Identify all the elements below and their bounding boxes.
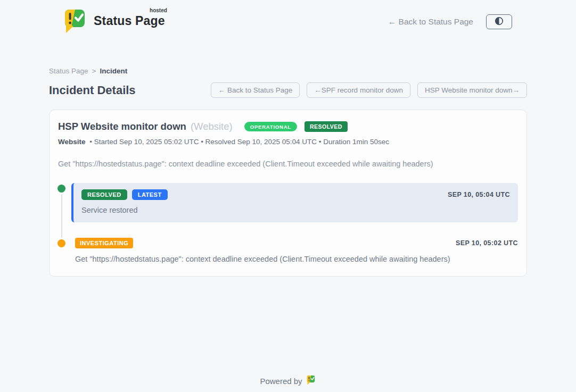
incident-title-row: HSP Website monitor down (Website) OPERA…	[58, 121, 518, 132]
incident-nav-buttons: ← Back to Status Page ←SPF record monito…	[211, 82, 527, 98]
timeline-entry-highlight-box: RESOLVED LATEST SEP 10, 05:04 UTC Servic…	[71, 183, 518, 222]
entry-message: Service restored	[81, 206, 510, 214]
timeline-connector-line	[61, 188, 62, 241]
title-row: Incident Details ← Back to Status Page ←…	[49, 82, 527, 98]
meta-component-name: Website	[58, 138, 86, 146]
investigating-dot-icon	[57, 239, 65, 247]
header-right: ← Back to Status Page	[388, 14, 512, 29]
resolved-badge: RESOLVED	[81, 189, 127, 200]
breadcrumb-incident: Incident	[100, 67, 127, 75]
prev-incident-button[interactable]: ←SPF record monitor down	[307, 82, 410, 98]
breadcrumb-status-page[interactable]: Status Page	[49, 67, 88, 75]
entry-badges: RESOLVED LATEST	[81, 189, 168, 200]
timeline-entry-plain: INVESTIGATING SEP 10, 05:02 UTC Get "htt…	[71, 238, 518, 263]
next-incident-button[interactable]: HSP Website monitor down→	[417, 82, 527, 98]
entry-header: INVESTIGATING SEP 10, 05:02 UTC	[75, 238, 518, 248]
back-to-status-page-button[interactable]: ← Back to Status Page	[211, 82, 300, 98]
brand-text: Status Page hosted	[94, 9, 165, 28]
meta-timing-details: • Started Sep 10, 2025 05:02 UTC • Resol…	[89, 138, 389, 146]
incident-card: HSP Website monitor down (Website) OPERA…	[49, 110, 527, 277]
incident-timeline: RESOLVED LATEST SEP 10, 05:04 UTC Servic…	[58, 183, 518, 263]
status-page-logo-icon	[64, 9, 88, 35]
timeline-entry-resolved: RESOLVED LATEST SEP 10, 05:04 UTC Servic…	[71, 183, 518, 222]
investigating-badge: INVESTIGATING	[75, 238, 133, 248]
incident-meta: Website • Started Sep 10, 2025 05:02 UTC…	[58, 138, 518, 146]
entry-timestamp: SEP 10, 05:02 UTC	[456, 239, 518, 247]
header: Status Page hosted ← Back to Status Page	[0, 0, 576, 40]
incident-title: HSP Website monitor down	[58, 121, 186, 132]
powered-by-label: Powered by	[260, 377, 302, 386]
entry-badges: INVESTIGATING	[75, 238, 133, 248]
latest-badge: LATEST	[132, 189, 168, 200]
incident-component: (Website)	[191, 121, 233, 132]
timeline-entry-investigating: INVESTIGATING SEP 10, 05:02 UTC Get "htt…	[71, 238, 518, 263]
contrast-half-circle-icon	[495, 16, 504, 27]
incident-description: Get "https://hostedstatus.page": context…	[58, 160, 518, 168]
entry-timestamp: SEP 10, 05:04 UTC	[448, 191, 510, 198]
breadcrumb-separator: >	[92, 67, 96, 75]
resolved-dot-icon	[57, 185, 65, 193]
brand-name: Status Page	[94, 14, 165, 28]
entry-header: RESOLVED LATEST SEP 10, 05:04 UTC	[81, 189, 510, 200]
theme-toggle-button[interactable]	[486, 14, 512, 29]
breadcrumb: Status Page>Incident	[49, 67, 527, 75]
status-page-mini-logo-icon	[307, 375, 316, 387]
powered-by-link[interactable]: Powered by	[260, 375, 316, 387]
brand-superscript: hosted	[150, 7, 167, 13]
operational-status-badge: OPERATIONAL	[244, 122, 297, 132]
header-back-link[interactable]: ← Back to Status Page	[388, 17, 473, 27]
status-page-logo[interactable]: Status Page hosted	[64, 9, 165, 35]
main-content: Status Page>Incident Incident Details ← …	[49, 67, 527, 277]
page-title: Incident Details	[49, 84, 136, 97]
entry-message: Get "https://hostedstatus.page": context…	[75, 255, 518, 263]
resolved-status-badge: RESOLVED	[305, 121, 348, 132]
footer: Powered by © 2025-10-08 14:10:34.772084 …	[0, 375, 576, 392]
